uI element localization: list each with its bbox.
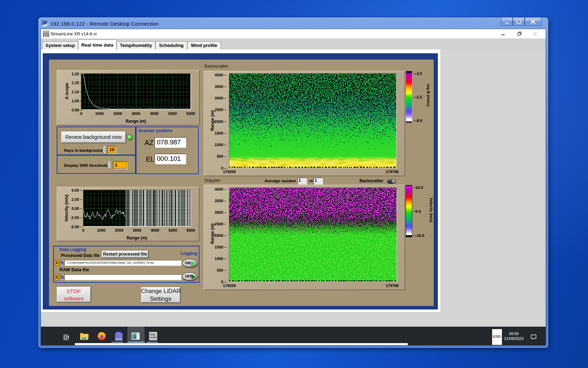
svg-text:VEEK: VEEK: [116, 332, 121, 334]
